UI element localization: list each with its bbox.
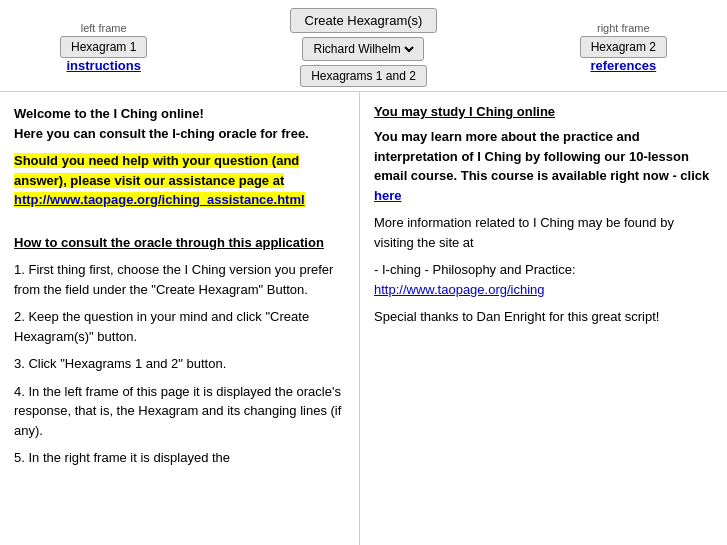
hexagram1-button[interactable]: Hexagram 1 (60, 36, 147, 58)
step5-text: 5. In the right frame it is displayed th… (14, 448, 345, 468)
step1-text: 1. First thing first, choose the I Ching… (14, 260, 345, 299)
more-info-paragraph: More information related to I Ching may … (374, 213, 713, 252)
references-link[interactable]: references (590, 58, 656, 73)
study-heading: You may study I Ching online (374, 104, 713, 119)
assistance-link[interactable]: http://www.taopage.org/iching_assistance… (14, 192, 305, 207)
right-frame-area: right frame Hexagram 2 references (580, 22, 667, 73)
welcome-line1: Welcome to the I Ching online! (14, 106, 204, 121)
philosophy-label: - I-ching - Philosophy and Practice: (374, 262, 576, 277)
version-select[interactable]: Richard Wilhelm James Legge Aleister Cro… (309, 41, 417, 57)
thanks-text: Special thanks to Dan Enright for this g… (374, 309, 659, 324)
instructions-link[interactable]: instructions (66, 58, 140, 73)
top-row: left frame Hexagram 1 instructions Creat… (0, 8, 727, 87)
step4-text: 4. In the left frame of this page it is … (14, 382, 345, 441)
course-text: You may learn more about the practice an… (374, 129, 709, 183)
iching-url-link[interactable]: http://www.taopage.org/iching (374, 282, 545, 297)
left-frame-label: left frame (81, 22, 127, 34)
welcome-line2: Here you can consult the I-ching oracle … (14, 126, 309, 141)
center-area: Create Hexagram(s) Richard Wilhelm James… (290, 8, 438, 87)
top-bar: left frame Hexagram 1 instructions Creat… (0, 0, 727, 92)
create-hexagram-button[interactable]: Create Hexagram(s) (290, 8, 438, 33)
right-panel: You may study I Ching online You may lea… (360, 92, 727, 545)
welcome-text: Welcome to the I Ching online! Here you … (14, 104, 345, 143)
here-link[interactable]: here (374, 188, 401, 203)
left-frame-area: left frame Hexagram 1 instructions (60, 22, 147, 73)
hexagram2-button[interactable]: Hexagram 2 (580, 36, 667, 58)
step2-text: 2. Keep the question in your mind and cl… (14, 307, 345, 346)
course-paragraph: You may learn more about the practice an… (374, 127, 713, 205)
right-frame-label: right frame (597, 22, 650, 34)
how-to-heading: How to consult the oracle through this a… (14, 233, 345, 253)
version-dropdown[interactable]: Richard Wilhelm James Legge Aleister Cro… (302, 37, 424, 61)
main-content: Welcome to the I Ching online! Here you … (0, 92, 727, 545)
highlight-text: Should you need help with your question … (14, 153, 299, 188)
assistance-paragraph: Should you need help with your question … (14, 151, 345, 210)
iching-link-paragraph: - I-ching - Philosophy and Practice: htt… (374, 260, 713, 299)
how-to-section: How to consult the oracle through this a… (14, 233, 345, 253)
more-info-text: More information related to I Ching may … (374, 215, 674, 250)
hexagrams12-button[interactable]: Hexagrams 1 and 2 (300, 65, 427, 87)
thanks-paragraph: Special thanks to Dan Enright for this g… (374, 307, 713, 327)
step3-text: 3. Click "Hexagrams 1 and 2" button. (14, 354, 345, 374)
left-panel[interactable]: Welcome to the I Ching online! Here you … (0, 92, 360, 545)
